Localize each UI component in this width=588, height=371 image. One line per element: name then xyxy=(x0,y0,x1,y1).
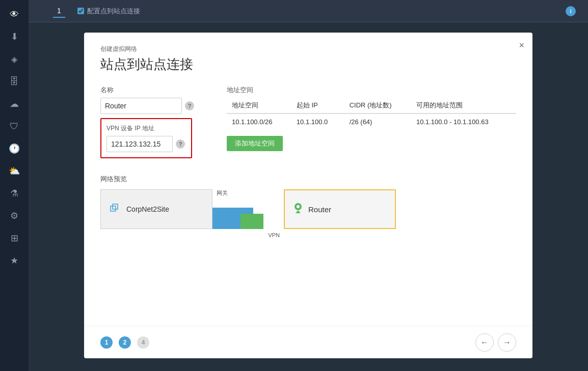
col-header-cidr: CIDR (地址数) xyxy=(344,98,411,113)
footer-steps: 1 2 4 xyxy=(100,336,149,349)
corpnet-box: CorpNet2Site xyxy=(100,189,212,229)
sidebar-icon-eye[interactable]: 👁 xyxy=(4,4,24,24)
configure-p2s-checkbox[interactable] xyxy=(77,8,84,14)
configure-p2s-label: 配置点到站点连接 xyxy=(87,7,140,16)
grid-icon: ⊞ xyxy=(11,233,18,244)
sidebar: 👁 ⬇ ◈ 🗄 ☁ 🛡 🕐 ⛅ ⚗ ⚙ ⊞ ★ xyxy=(0,0,29,371)
modal: × 创建虚拟网络 站点到站点连接 名称 ? VPN xyxy=(84,33,532,358)
eye-icon: 👁 xyxy=(10,9,19,20)
table-row: 10.1.100.0/26 10.1.100.0 /26 (64) 10.1.1… xyxy=(227,113,516,130)
modal-title: 站点到站点连接 xyxy=(100,55,516,73)
sidebar-icon-clock[interactable]: 🕐 xyxy=(4,138,24,159)
gateway-section: 网关 VPN xyxy=(212,189,284,229)
clock-icon: 🕐 xyxy=(9,143,20,154)
step-4: 4 xyxy=(137,336,149,349)
topbar: 1 配置点到站点连接 i xyxy=(29,0,588,22)
cell-range: 10.1.100.0 - 10.1.100.63 xyxy=(411,113,516,130)
code-icon: ◈ xyxy=(11,54,17,64)
name-input-wrapper: ? xyxy=(100,98,202,114)
form-right: 地址空间 地址空间 起始 IP CIDR (地址数) 可用的地址范围 xyxy=(227,85,516,158)
router-name: Router xyxy=(308,205,331,214)
add-addr-button[interactable]: 添加地址空间 xyxy=(227,136,283,151)
step-2: 2 xyxy=(119,336,131,349)
network-preview-label: 网络预览 xyxy=(100,175,516,184)
sidebar-icon-cloud2[interactable]: ⛅ xyxy=(4,161,24,181)
tab-connection[interactable]: 1 xyxy=(53,5,65,18)
star-icon: ★ xyxy=(10,255,18,266)
form-left: 名称 ? VPN 设备 IP 地址 ? xyxy=(100,85,202,158)
gateway-bar-green xyxy=(240,214,263,229)
sidebar-icon-star[interactable]: ★ xyxy=(4,250,24,271)
cloud2-icon: ⛅ xyxy=(9,165,20,177)
name-label: 名称 xyxy=(100,85,202,95)
gateway-label: 网关 xyxy=(217,189,228,197)
addr-space-table: 地址空间 起始 IP CIDR (地址数) 可用的地址范围 10.1.100.0… xyxy=(227,98,516,130)
sidebar-icon-shield[interactable]: 🛡 xyxy=(4,116,24,136)
sidebar-icon-cloud[interactable]: ☁ xyxy=(4,94,24,114)
svg-marker-0 xyxy=(113,204,118,209)
router-box: Router xyxy=(284,189,396,229)
corpnet-name: CorpNet2Site xyxy=(126,205,169,213)
flask-icon: ⚗ xyxy=(10,188,18,199)
vpn-ip-input[interactable] xyxy=(106,136,173,152)
sidebar-icon-download[interactable]: ⬇ xyxy=(4,26,24,47)
cell-addr-space: 10.1.100.0/26 xyxy=(227,113,291,130)
vpn-ip-input-wrapper: ? xyxy=(106,136,186,152)
next-button[interactable]: → xyxy=(498,333,516,352)
sidebar-icon-grid[interactable]: ⊞ xyxy=(4,228,24,248)
sidebar-icon-tools[interactable]: ⚙ xyxy=(4,206,24,226)
form-row: 名称 ? VPN 设备 IP 地址 ? xyxy=(100,85,516,158)
svg-marker-4 xyxy=(296,210,301,213)
sidebar-icon-code[interactable]: ◈ xyxy=(4,49,24,69)
main-area: 1 配置点到站点连接 i × 创建虚拟网络 站点到站点连接 名称 xyxy=(29,0,588,371)
vpn-label: VPN xyxy=(268,232,280,238)
vpn-ip-label: VPN 设备 IP 地址 xyxy=(106,124,186,133)
content-area: × 创建虚拟网络 站点到站点连接 名称 ? VPN xyxy=(29,22,588,371)
addr-space-label: 地址空间 xyxy=(227,85,516,95)
cell-cidr: /26 (64) xyxy=(344,113,411,130)
col-header-range: 可用的地址范围 xyxy=(411,98,516,113)
sidebar-icon-database[interactable]: 🗄 xyxy=(4,71,24,92)
cloud-icon: ☁ xyxy=(10,98,19,109)
name-input[interactable] xyxy=(100,98,182,114)
corpnet-icon xyxy=(109,202,121,217)
cell-start-ip: 10.1.100.0 xyxy=(291,113,344,130)
sidebar-icon-flask[interactable]: ⚗ xyxy=(4,183,24,204)
database-icon: 🗄 xyxy=(10,76,19,87)
configure-p2s-checkbox-wrapper: 配置点到站点连接 xyxy=(77,7,140,16)
footer-nav: ← → xyxy=(475,333,516,352)
download-icon: ⬇ xyxy=(11,31,18,42)
close-button[interactable]: × xyxy=(519,41,524,50)
modal-overlay: × 创建虚拟网络 站点到站点连接 名称 ? VPN xyxy=(29,22,588,371)
modal-subtitle: 创建虚拟网络 xyxy=(100,45,516,53)
info-icon: i xyxy=(566,6,576,16)
col-header-start-ip: 起始 IP xyxy=(291,98,344,113)
prev-button[interactable]: ← xyxy=(475,333,494,352)
name-help-icon[interactable]: ? xyxy=(185,101,194,110)
vpn-ip-help-icon[interactable]: ? xyxy=(176,139,185,149)
vpn-ip-group: VPN 设备 IP 地址 ? xyxy=(100,118,192,158)
modal-footer: 1 2 4 ← → xyxy=(84,326,532,358)
step-1: 1 xyxy=(100,336,113,349)
shield-icon: 🛡 xyxy=(10,121,19,132)
tools-icon: ⚙ xyxy=(10,210,18,221)
col-header-addr-space: 地址空间 xyxy=(227,98,291,113)
svg-marker-1 xyxy=(111,206,116,211)
network-preview-box: CorpNet2Site 网关 VPN xyxy=(100,189,516,230)
router-pin-icon xyxy=(293,202,303,217)
svg-point-3 xyxy=(297,205,300,208)
network-preview-section: 网络预览 CorpNet2Site xyxy=(100,175,516,230)
